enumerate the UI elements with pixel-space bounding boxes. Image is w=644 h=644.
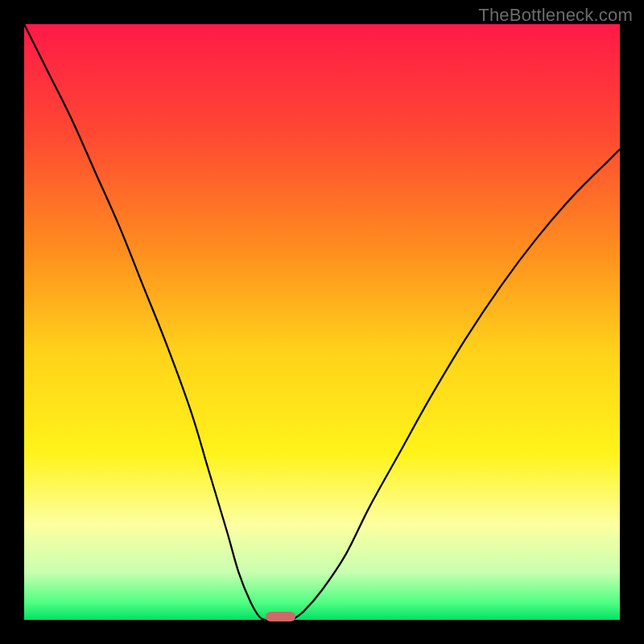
series-right-curve xyxy=(292,149,620,620)
chart-frame: TheBottleneck.com xyxy=(0,0,644,644)
watermark-text: TheBottleneck.com xyxy=(478,5,633,26)
series-left-curve xyxy=(24,24,266,620)
curves-layer xyxy=(24,24,620,620)
bottleneck-marker xyxy=(266,612,295,621)
